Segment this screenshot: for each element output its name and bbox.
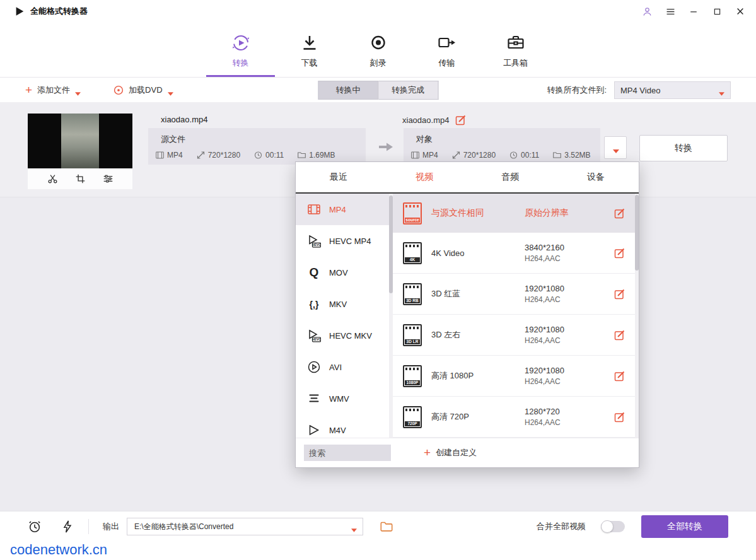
trim-scissors-icon[interactable] bbox=[47, 173, 58, 184]
preset-codec: H264,AAC bbox=[525, 336, 614, 345]
resolution-icon bbox=[197, 151, 205, 159]
preset-list-scrollbar[interactable] bbox=[635, 194, 639, 438]
convert-file-button[interactable]: 转换 bbox=[639, 135, 728, 161]
toolbar-right: 转换所有文件到: MP4 Video bbox=[547, 81, 731, 99]
preset-name: 高清 720P bbox=[431, 411, 525, 423]
thumbnail-toolbar bbox=[28, 168, 132, 189]
merge-toggle[interactable] bbox=[601, 521, 625, 532]
edit-preset-icon[interactable] bbox=[614, 330, 625, 341]
tab-converted[interactable]: 转换完成 bbox=[378, 81, 438, 100]
tab-video[interactable]: 视频 bbox=[381, 162, 467, 192]
edit-preset-icon[interactable] bbox=[614, 371, 625, 382]
convert-status-tabs: 转换中 转换完成 bbox=[318, 81, 438, 100]
folder-small-icon bbox=[298, 151, 306, 159]
edit-preset-icon[interactable] bbox=[614, 289, 625, 300]
burn-icon bbox=[369, 33, 388, 52]
format-label: HEVC MP4 bbox=[329, 236, 371, 246]
film-icon bbox=[411, 151, 419, 159]
preset-badge: 3D LR bbox=[405, 339, 420, 344]
search-input[interactable] bbox=[304, 445, 391, 461]
tab-converting[interactable]: 转换中 bbox=[318, 81, 378, 100]
preset-file-icon: source bbox=[403, 202, 422, 225]
watermark-link[interactable]: codenetwork.cn bbox=[10, 542, 107, 558]
preset-name: 与源文件相同 bbox=[431, 207, 525, 219]
create-custom-button[interactable]: + 创建自定义 bbox=[424, 447, 477, 458]
crop-icon[interactable] bbox=[75, 173, 86, 184]
format-item-wmv[interactable]: WMV bbox=[296, 383, 389, 414]
toolbar: + 添加文件 加载DVD 转换中 转换完成 转换所有文件到: MP4 Video bbox=[0, 77, 756, 103]
tab-recent[interactable]: 最近 bbox=[296, 162, 381, 192]
caret-down-icon[interactable] bbox=[351, 525, 357, 528]
output-path-input[interactable] bbox=[133, 522, 346, 532]
output-path-combo[interactable] bbox=[127, 518, 363, 535]
preset-badge: source bbox=[405, 218, 420, 223]
high-speed-lightning-icon[interactable] bbox=[61, 520, 74, 534]
menu-icon[interactable] bbox=[665, 6, 676, 17]
target-info-box: 对象 MP4 720*1280 00:11 bbox=[404, 128, 600, 165]
open-folder-icon[interactable] bbox=[380, 520, 393, 534]
nav-tab-download[interactable]: 下载 bbox=[275, 23, 344, 77]
target-file-name: xiaodao.mp4 bbox=[402, 115, 449, 125]
format-item-mov[interactable]: Q MOV bbox=[296, 257, 389, 288]
preset-4k-video[interactable]: 4K 4K Video 3840*2160 H264,AAC bbox=[393, 233, 639, 274]
format-panel-tabs: 最近 视频 音频 设备 bbox=[296, 162, 639, 194]
nav-tab-convert[interactable]: 转换 bbox=[206, 23, 275, 77]
schedule-alarm-icon[interactable] bbox=[28, 520, 42, 534]
minimize-icon[interactable] bbox=[688, 6, 699, 17]
preset-specs: 1920*1080 H264,AAC bbox=[525, 366, 614, 386]
preset-3d-red-blue[interactable]: 3D RB 3D 红蓝 1920*1080 H264,AAC bbox=[393, 274, 639, 315]
edit-target-name-icon[interactable] bbox=[455, 115, 466, 125]
preset-badge: 3D RB bbox=[405, 298, 420, 303]
format-item-hevc-mkv[interactable]: HEVC HEVC MKV bbox=[296, 320, 389, 351]
format-select-panel: 最近 视频 音频 设备 MP4 HEVC HEVC MP4 bbox=[295, 161, 639, 468]
resolution-icon bbox=[452, 151, 460, 159]
format-item-avi[interactable]: AVI bbox=[296, 351, 389, 383]
app-window: 全能格式转换器 转换 bbox=[0, 0, 756, 560]
source-duration: 00:11 bbox=[254, 151, 284, 160]
preset-same-as-source[interactable]: source 与源文件相同 原始分辨率 bbox=[393, 194, 639, 233]
preset-3d-left-right[interactable]: 3D LR 3D 左右 1920*1080 H264,AAC bbox=[393, 315, 639, 356]
format-item-m4v[interactable]: M4V bbox=[296, 414, 389, 438]
convert-all-button[interactable]: 全部转换 bbox=[641, 515, 728, 538]
user-icon[interactable] bbox=[641, 6, 653, 17]
caret-down-icon bbox=[719, 88, 724, 92]
nav-tab-transfer[interactable]: 传输 bbox=[412, 23, 481, 77]
format-item-mp4[interactable]: MP4 bbox=[296, 194, 389, 225]
source-info-box: 源文件 MP4 720*1280 00:11 bbox=[148, 128, 366, 165]
edit-preset-icon[interactable] bbox=[614, 412, 625, 423]
output-format-select[interactable]: MP4 Video bbox=[614, 81, 731, 99]
close-icon[interactable] bbox=[735, 6, 746, 17]
target-format-dropdown-button[interactable] bbox=[604, 136, 627, 159]
maximize-icon[interactable] bbox=[711, 6, 723, 17]
format-item-mkv[interactable]: {,} MKV bbox=[296, 288, 389, 320]
nav-label: 工具箱 bbox=[503, 57, 528, 69]
thumbnail-image bbox=[28, 114, 132, 168]
nav-tab-toolbox[interactable]: 工具箱 bbox=[481, 23, 550, 77]
mov-icon: Q bbox=[307, 265, 321, 279]
edit-preset-icon[interactable] bbox=[614, 208, 625, 219]
nav-label: 刻录 bbox=[370, 57, 387, 69]
format-list-scrollbar[interactable] bbox=[389, 194, 393, 438]
tab-device[interactable]: 设备 bbox=[553, 162, 639, 192]
caret-down-icon bbox=[613, 146, 619, 149]
format-item-hevc-mp4[interactable]: HEVC HEVC MP4 bbox=[296, 225, 389, 257]
film-holes bbox=[405, 327, 419, 329]
add-file-button[interactable]: + 添加文件 bbox=[25, 85, 81, 96]
divider bbox=[88, 519, 89, 534]
scrollbar-thumb[interactable] bbox=[389, 195, 393, 293]
preset-name: 高清 1080P bbox=[431, 370, 525, 382]
preset-hd-720p[interactable]: 720P 高清 720P 1280*720 H264,AAC bbox=[393, 397, 639, 438]
nav-tab-burn[interactable]: 刻录 bbox=[344, 23, 412, 77]
edit-preset-icon[interactable] bbox=[614, 248, 625, 259]
effects-adjust-icon[interactable] bbox=[103, 173, 113, 184]
preset-hd-1080p[interactable]: 1080P 高清 1080P 1920*1080 H264,AAC bbox=[393, 356, 639, 397]
video-thumbnail[interactable] bbox=[28, 114, 132, 189]
tab-audio[interactable]: 音频 bbox=[467, 162, 553, 192]
load-dvd-button[interactable]: 加载DVD bbox=[113, 85, 173, 96]
preset-codec: H264,AAC bbox=[525, 254, 614, 263]
preset-resolution: 1280*720 bbox=[525, 407, 614, 416]
scrollbar-thumb[interactable] bbox=[635, 195, 639, 271]
plus-icon: + bbox=[424, 448, 431, 457]
add-file-label: 添加文件 bbox=[37, 85, 70, 96]
caret-down-icon bbox=[75, 88, 81, 92]
